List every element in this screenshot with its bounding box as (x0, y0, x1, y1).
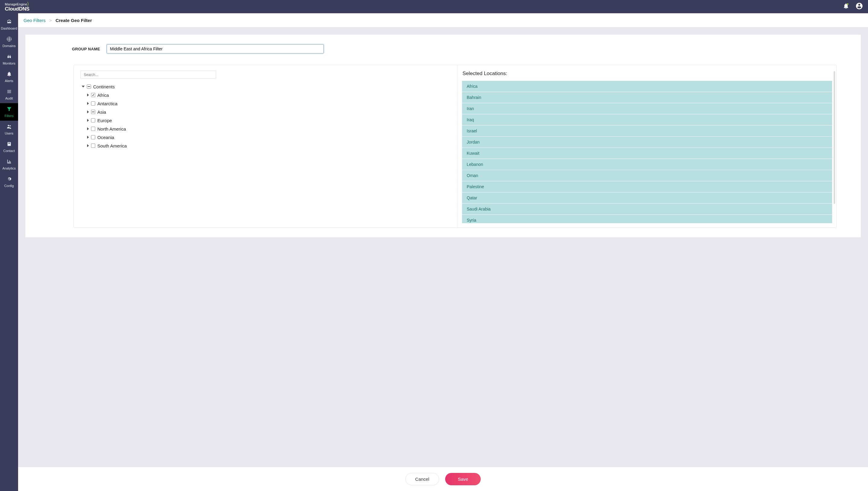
location-search-input[interactable] (81, 70, 216, 79)
logo-top: ManageEngine (5, 2, 27, 6)
sidebar-item-config[interactable]: Config (0, 173, 18, 191)
continent-checkbox[interactable] (91, 93, 95, 97)
footer-actions: Cancel Save (18, 467, 868, 491)
sidebar-item-label: Users (5, 132, 13, 135)
expand-icon[interactable] (87, 136, 89, 139)
tree-node-oceania[interactable]: Oceania (81, 133, 451, 141)
tree-node-europe[interactable]: Europe (81, 116, 451, 124)
funnel-icon (6, 106, 12, 113)
selected-location-item[interactable]: Saudi Arabia (462, 204, 832, 214)
breadcrumb: Geo Filters > Create Geo Filter (18, 13, 868, 27)
scrollbar[interactable] (834, 71, 835, 204)
logo: ManageEngine) CloudDNS (5, 1, 30, 12)
sidebar: DashboardDomainsMonitorsAlertsAuditFilte… (0, 13, 18, 491)
sidebar-item-monitors[interactable]: Monitors (0, 51, 18, 68)
svg-rect-5 (8, 143, 10, 144)
continent-checkbox[interactable] (91, 144, 95, 148)
breadcrumb-separator: > (49, 18, 52, 23)
svg-rect-4 (7, 142, 10, 146)
expand-icon[interactable] (87, 102, 89, 105)
sidebar-item-label: Alerts (5, 79, 13, 83)
selected-locations-list: AfricaBahrainIranIraqIsraelJordanKuwaitL… (462, 81, 832, 223)
sidebar-item-audit[interactable]: Audit (0, 86, 18, 103)
tree-node-africa[interactable]: Africa (81, 91, 451, 99)
card-icon (6, 141, 12, 147)
tree-node-asia[interactable]: Asia (81, 108, 451, 116)
continent-label: Antarctica (97, 101, 118, 106)
selected-location-item[interactable]: Jordan (462, 137, 832, 147)
group-name-input[interactable] (107, 44, 324, 53)
continent-label: Oceania (97, 135, 114, 140)
selected-location-item[interactable]: Israel (462, 125, 832, 136)
sidebar-item-analytics[interactable]: Analytics (0, 155, 18, 173)
sidebar-item-dashboard[interactable]: Dashboard (0, 16, 18, 33)
continent-label: Europe (97, 118, 112, 123)
list-icon (6, 89, 12, 95)
expand-icon[interactable] (87, 127, 89, 130)
sidebar-item-domains[interactable]: Domains (0, 33, 18, 51)
location-tree: Continents AfricaAntarcticaAsiaEuropeNor… (81, 82, 451, 222)
breadcrumb-parent-link[interactable]: Geo Filters (24, 18, 45, 23)
sidebar-item-label: Monitors (3, 61, 16, 65)
logo-bottom: CloudDNS (5, 6, 30, 12)
selected-location-item[interactable]: Iraq (462, 114, 832, 125)
binoculars-icon (6, 54, 12, 60)
expand-icon[interactable] (87, 93, 89, 96)
svg-point-3 (9, 125, 10, 126)
sidebar-item-label: Audit (5, 96, 13, 100)
cancel-button[interactable]: Cancel (405, 473, 439, 485)
expand-icon[interactable] (87, 110, 89, 113)
location-picker: Continents AfricaAntarcticaAsiaEuropeNor… (73, 65, 837, 228)
sidebar-item-label: Analytics (2, 167, 16, 170)
notifications-icon[interactable] (843, 3, 849, 10)
continent-checkbox[interactable] (91, 135, 95, 139)
sidebar-item-label: Dashboard (1, 27, 17, 30)
expand-icon[interactable] (82, 86, 85, 87)
selected-location-item[interactable]: Lebanon (462, 159, 832, 170)
selected-location-item[interactable]: Kuwait (462, 148, 832, 158)
group-name-label: GROUP NAME (43, 47, 107, 51)
continent-label: North America (97, 126, 126, 132)
continent-checkbox[interactable] (91, 127, 95, 131)
tree-node-south-america[interactable]: South America (81, 141, 451, 150)
breadcrumb-current: Create Geo Filter (56, 18, 92, 23)
selected-location-item[interactable]: Palestine (462, 181, 832, 192)
svg-point-2 (7, 125, 9, 126)
save-button[interactable]: Save (445, 473, 481, 485)
topbar: ManageEngine) CloudDNS (0, 0, 868, 13)
profile-icon[interactable] (855, 2, 863, 11)
selected-location-item[interactable]: Oman (462, 170, 832, 181)
svg-point-0 (847, 3, 849, 5)
continents-checkbox[interactable] (87, 84, 91, 89)
selected-location-item[interactable]: Bahrain (462, 92, 832, 103)
continent-label: Africa (97, 93, 109, 98)
users-icon (6, 124, 12, 130)
sidebar-item-users[interactable]: Users (0, 121, 18, 138)
selected-location-item[interactable]: Africa (462, 81, 832, 92)
bell-icon (6, 71, 12, 78)
continent-checkbox[interactable] (91, 102, 95, 106)
sidebar-item-contact[interactable]: Contact (0, 138, 18, 155)
tree-node-north-america[interactable]: North America (81, 124, 451, 133)
sidebar-item-alerts[interactable]: Alerts (0, 68, 18, 86)
tree-node-antarctica[interactable]: Antarctica (81, 99, 451, 108)
expand-icon[interactable] (87, 119, 89, 122)
sidebar-item-label: Filters (4, 114, 13, 118)
selected-location-item[interactable]: Syria (462, 215, 832, 223)
sidebar-item-label: Config (4, 184, 14, 187)
selected-location-item[interactable]: Iran (462, 103, 832, 114)
create-geo-filter-panel: GROUP NAME Continents (25, 35, 861, 237)
sidebar-item-label: Contact (3, 149, 15, 153)
continent-checkbox[interactable] (91, 118, 95, 122)
selected-locations-title: Selected Locations: (462, 70, 832, 77)
continent-checkbox[interactable] (91, 110, 95, 114)
expand-icon[interactable] (87, 144, 89, 147)
tree-root-continents[interactable]: Continents (81, 82, 451, 91)
gears-icon (6, 176, 12, 182)
gauge-icon (6, 19, 12, 25)
globe-icon (6, 36, 12, 42)
selected-location-item[interactable]: Qatar (462, 193, 832, 203)
continent-label: South America (97, 143, 127, 148)
sidebar-item-filters[interactable]: Filters (0, 103, 18, 121)
continent-label: Asia (97, 110, 106, 115)
